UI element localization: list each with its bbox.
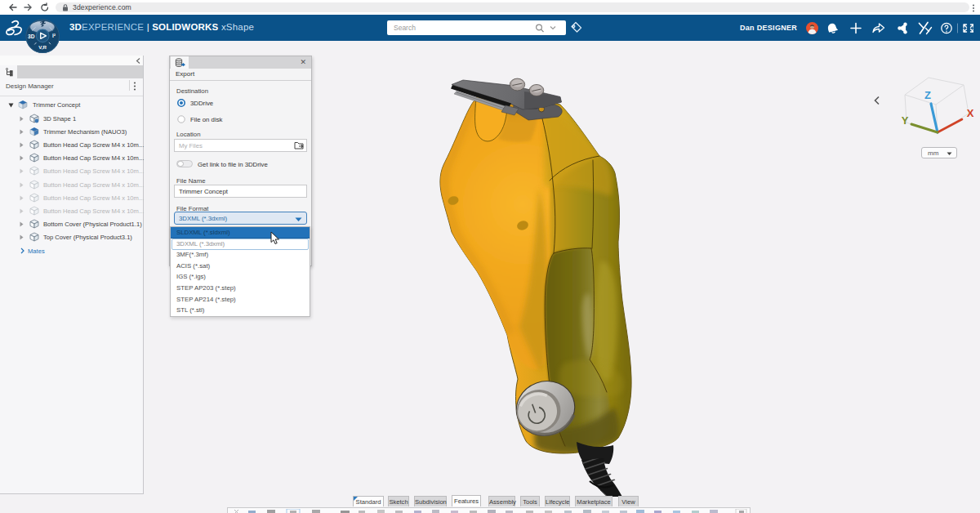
svg-text:Z: Z (924, 89, 931, 101)
svg-text:X: X (967, 107, 974, 119)
svg-text:Y: Y (902, 114, 909, 127)
svg-text:3D: 3D (28, 33, 35, 39)
svg-text:V,R: V,R (38, 44, 47, 50)
